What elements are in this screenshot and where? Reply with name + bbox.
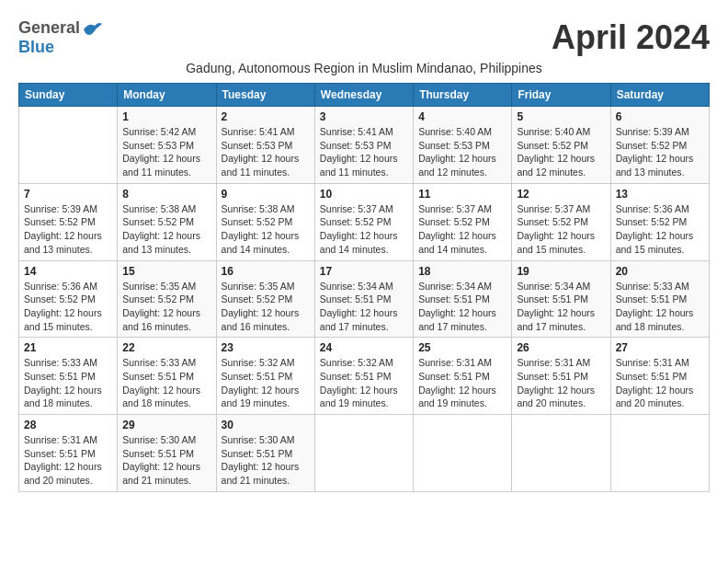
weekday-header-cell: Tuesday	[216, 84, 314, 107]
calendar-day-cell: 9Sunrise: 5:38 AM Sunset: 5:52 PM Daylig…	[216, 183, 314, 260]
day-number: 17	[320, 265, 408, 278]
calendar-week-row: 7Sunrise: 5:39 AM Sunset: 5:52 PM Daylig…	[19, 183, 710, 260]
day-info: Sunrise: 5:32 AM Sunset: 5:51 PM Dayligh…	[222, 356, 310, 410]
day-number: 22	[122, 341, 210, 354]
calendar-day-cell: 5Sunrise: 5:40 AM Sunset: 5:52 PM Daylig…	[512, 107, 610, 184]
day-info: Sunrise: 5:41 AM Sunset: 5:53 PM Dayligh…	[222, 125, 310, 179]
calendar-day-cell: 12Sunrise: 5:37 AM Sunset: 5:52 PM Dayli…	[512, 183, 610, 260]
day-number: 12	[517, 188, 605, 201]
logo-blue-text: Blue	[18, 38, 54, 57]
day-number: 5	[517, 110, 605, 123]
day-number: 11	[418, 188, 506, 201]
day-number: 1	[122, 110, 210, 123]
day-number: 28	[24, 419, 112, 431]
calendar-day-cell: 19Sunrise: 5:34 AM Sunset: 5:51 PM Dayli…	[512, 260, 610, 338]
month-title: April 2024	[552, 18, 710, 57]
calendar-day-cell: 14Sunrise: 5:36 AM Sunset: 5:52 PM Dayli…	[19, 260, 118, 338]
day-number: 14	[24, 265, 112, 278]
day-info: Sunrise: 5:31 AM Sunset: 5:51 PM Dayligh…	[517, 356, 605, 410]
day-number: 24	[320, 341, 408, 354]
calendar-week-row: 1Sunrise: 5:42 AM Sunset: 5:53 PM Daylig…	[19, 107, 710, 184]
calendar-day-cell	[19, 107, 118, 184]
calendar-day-cell: 16Sunrise: 5:35 AM Sunset: 5:52 PM Dayli…	[216, 260, 314, 338]
calendar-day-cell: 26Sunrise: 5:31 AM Sunset: 5:51 PM Dayli…	[512, 338, 610, 415]
day-number: 7	[24, 188, 112, 201]
calendar-day-cell	[512, 415, 610, 492]
day-number: 15	[122, 265, 210, 278]
day-number: 8	[122, 188, 210, 201]
calendar-day-cell: 27Sunrise: 5:31 AM Sunset: 5:51 PM Dayli…	[610, 338, 709, 415]
calendar-day-cell: 30Sunrise: 5:30 AM Sunset: 5:51 PM Dayli…	[216, 415, 314, 492]
day-number: 3	[320, 110, 408, 123]
calendar-body: 1Sunrise: 5:42 AM Sunset: 5:53 PM Daylig…	[19, 107, 710, 492]
calendar-day-cell: 10Sunrise: 5:37 AM Sunset: 5:52 PM Dayli…	[314, 183, 413, 260]
calendar-day-cell: 7Sunrise: 5:39 AM Sunset: 5:52 PM Daylig…	[19, 183, 118, 260]
day-number: 29	[122, 419, 210, 431]
day-info: Sunrise: 5:40 AM Sunset: 5:52 PM Dayligh…	[517, 125, 605, 179]
day-number: 6	[616, 110, 704, 123]
day-info: Sunrise: 5:39 AM Sunset: 5:52 PM Dayligh…	[24, 202, 112, 257]
day-number: 4	[418, 110, 506, 123]
day-info: Sunrise: 5:37 AM Sunset: 5:52 PM Dayligh…	[517, 202, 605, 257]
day-info: Sunrise: 5:30 AM Sunset: 5:51 PM Dayligh…	[222, 433, 310, 488]
day-info: Sunrise: 5:35 AM Sunset: 5:52 PM Dayligh…	[122, 280, 210, 334]
day-number: 20	[616, 265, 704, 278]
day-number: 25	[418, 341, 506, 354]
day-info: Sunrise: 5:31 AM Sunset: 5:51 PM Dayligh…	[616, 356, 704, 410]
logo-general-text: General	[18, 18, 80, 38]
calendar-week-row: 21Sunrise: 5:33 AM Sunset: 5:51 PM Dayli…	[19, 338, 710, 415]
weekday-header-cell: Sunday	[19, 84, 118, 107]
weekday-header-cell: Thursday	[414, 84, 512, 107]
day-info: Sunrise: 5:31 AM Sunset: 5:51 PM Dayligh…	[418, 356, 506, 410]
calendar-week-row: 14Sunrise: 5:36 AM Sunset: 5:52 PM Dayli…	[19, 260, 710, 338]
day-number: 26	[517, 341, 605, 354]
day-info: Sunrise: 5:42 AM Sunset: 5:53 PM Dayligh…	[122, 125, 210, 179]
calendar-day-cell: 28Sunrise: 5:31 AM Sunset: 5:51 PM Dayli…	[19, 415, 118, 492]
calendar-day-cell: 23Sunrise: 5:32 AM Sunset: 5:51 PM Dayli…	[216, 338, 314, 415]
calendar-day-cell: 18Sunrise: 5:34 AM Sunset: 5:51 PM Dayli…	[414, 260, 512, 338]
day-info: Sunrise: 5:35 AM Sunset: 5:52 PM Dayligh…	[222, 280, 310, 334]
day-number: 16	[222, 265, 310, 278]
day-info: Sunrise: 5:30 AM Sunset: 5:51 PM Dayligh…	[122, 433, 210, 488]
day-number: 30	[222, 419, 310, 431]
day-info: Sunrise: 5:36 AM Sunset: 5:52 PM Dayligh…	[616, 202, 704, 257]
day-number: 27	[616, 341, 704, 354]
weekday-header-cell: Wednesday	[314, 84, 413, 107]
day-info: Sunrise: 5:33 AM Sunset: 5:51 PM Dayligh…	[24, 356, 112, 410]
calendar-day-cell: 11Sunrise: 5:37 AM Sunset: 5:52 PM Dayli…	[414, 183, 512, 260]
day-info: Sunrise: 5:33 AM Sunset: 5:51 PM Dayligh…	[122, 356, 210, 410]
day-number: 10	[320, 188, 408, 201]
day-info: Sunrise: 5:32 AM Sunset: 5:51 PM Dayligh…	[320, 356, 408, 410]
day-info: Sunrise: 5:36 AM Sunset: 5:52 PM Dayligh…	[24, 280, 112, 334]
day-info: Sunrise: 5:34 AM Sunset: 5:51 PM Dayligh…	[320, 280, 408, 334]
day-info: Sunrise: 5:37 AM Sunset: 5:52 PM Dayligh…	[320, 202, 408, 257]
calendar-day-cell: 24Sunrise: 5:32 AM Sunset: 5:51 PM Dayli…	[314, 338, 413, 415]
day-number: 21	[24, 341, 112, 354]
weekday-header-cell: Monday	[118, 84, 216, 107]
day-info: Sunrise: 5:34 AM Sunset: 5:51 PM Dayligh…	[517, 280, 605, 334]
calendar-day-cell: 15Sunrise: 5:35 AM Sunset: 5:52 PM Dayli…	[118, 260, 216, 338]
calendar-day-cell: 3Sunrise: 5:41 AM Sunset: 5:53 PM Daylig…	[314, 107, 413, 184]
logo: General Blue	[18, 18, 102, 57]
day-number: 9	[222, 188, 310, 201]
day-info: Sunrise: 5:40 AM Sunset: 5:53 PM Dayligh…	[418, 125, 506, 179]
calendar-day-cell	[414, 415, 512, 492]
calendar-day-cell: 22Sunrise: 5:33 AM Sunset: 5:51 PM Dayli…	[118, 338, 216, 415]
day-info: Sunrise: 5:31 AM Sunset: 5:51 PM Dayligh…	[24, 433, 112, 488]
calendar-day-cell: 13Sunrise: 5:36 AM Sunset: 5:52 PM Dayli…	[610, 183, 709, 260]
calendar-day-cell: 29Sunrise: 5:30 AM Sunset: 5:51 PM Dayli…	[118, 415, 216, 492]
calendar-day-cell: 4Sunrise: 5:40 AM Sunset: 5:53 PM Daylig…	[414, 107, 512, 184]
day-info: Sunrise: 5:39 AM Sunset: 5:52 PM Dayligh…	[616, 125, 704, 179]
day-info: Sunrise: 5:34 AM Sunset: 5:51 PM Dayligh…	[418, 280, 506, 334]
day-number: 23	[222, 341, 310, 354]
calendar-table: SundayMondayTuesdayWednesdayThursdayFrid…	[18, 83, 710, 492]
calendar-day-cell: 1Sunrise: 5:42 AM Sunset: 5:53 PM Daylig…	[118, 107, 216, 184]
weekday-header-cell: Saturday	[610, 84, 709, 107]
page-header: General Blue April 2024	[18, 18, 710, 57]
logo-bird-icon	[82, 20, 102, 37]
page-subtitle: Gadung, Autonomous Region in Muslim Mind…	[18, 61, 710, 75]
calendar-day-cell: 8Sunrise: 5:38 AM Sunset: 5:52 PM Daylig…	[118, 183, 216, 260]
day-info: Sunrise: 5:38 AM Sunset: 5:52 PM Dayligh…	[222, 202, 310, 257]
day-info: Sunrise: 5:41 AM Sunset: 5:53 PM Dayligh…	[320, 125, 408, 179]
calendar-day-cell	[610, 415, 709, 492]
